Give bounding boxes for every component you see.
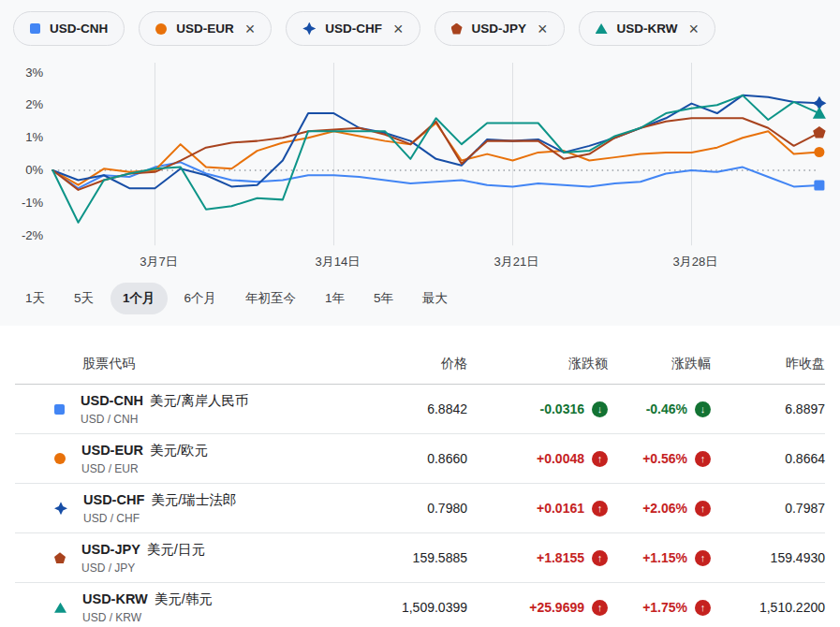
- up-arrow-icon: ↑: [592, 501, 608, 517]
- price-value: 1,509.0399: [308, 600, 467, 615]
- ticker-symbol: USD-CHF: [83, 492, 144, 507]
- svg-text:3月14日: 3月14日: [316, 255, 361, 269]
- prev-close-value: 0.7987: [711, 501, 825, 516]
- col-change-pct: 涨跌幅: [608, 344, 711, 384]
- svg-text:-2%: -2%: [22, 228, 44, 242]
- range-5d[interactable]: 5天: [62, 283, 106, 314]
- range-1d[interactable]: 1天: [13, 283, 57, 314]
- svg-text:3月28日: 3月28日: [673, 255, 718, 269]
- up-arrow-icon: ↑: [592, 550, 608, 566]
- col-ticker: 股票代码: [15, 344, 308, 384]
- chart-panel: USD-CNH USD-EUR × USD-CHF × USD-JPY × US…: [0, 0, 840, 326]
- range-5y[interactable]: 5年: [361, 283, 405, 314]
- svg-text:3%: 3%: [25, 66, 43, 80]
- change-percent: +1.75%: [642, 600, 687, 615]
- svg-text:-1%: -1%: [22, 196, 44, 210]
- chip-label: USD-KRW: [617, 22, 678, 36]
- chip-usd-chf[interactable]: USD-CHF ×: [286, 11, 420, 46]
- prev-close-value: 0.8664: [711, 451, 825, 466]
- time-range-selector: 1天 5天 1个月 6个月 年初至今 1年 5年 最大: [0, 277, 840, 326]
- up-arrow-icon: ↑: [592, 600, 608, 616]
- up-arrow-icon: ↑: [695, 501, 711, 517]
- chip-usd-cnh[interactable]: USD-CNH: [13, 11, 125, 46]
- col-change: 涨跌额: [467, 344, 608, 384]
- usd-cnh-square-icon: [54, 404, 65, 415]
- up-arrow-icon: ↑: [592, 451, 608, 467]
- close-icon[interactable]: ×: [689, 21, 700, 37]
- chip-label: USD-CNH: [50, 22, 108, 36]
- ticker-name: 美元/离岸人民币: [150, 393, 249, 408]
- col-price: 价格: [308, 344, 467, 384]
- change-percent: +1.15%: [642, 550, 687, 565]
- prev-close-value: 1,510.2200: [711, 600, 825, 615]
- usd-jpy-pentagon-icon: [451, 23, 463, 35]
- svg-text:2%: 2%: [25, 97, 43, 111]
- range-1m[interactable]: 1个月: [111, 283, 168, 314]
- table-header: 股票代码 价格 涨跌额 涨跌幅 昨收盘: [15, 344, 825, 385]
- price-value: 6.8842: [308, 401, 467, 416]
- table-row-usd-chf[interactable]: USD-CHF美元/瑞士法郎 USD / CHF 0.7980 +0.0161↑…: [15, 484, 825, 533]
- chip-usd-jpy[interactable]: USD-JPY ×: [435, 11, 565, 46]
- ticker-symbol: USD-CNH: [81, 393, 143, 408]
- table-row-usd-cnh[interactable]: USD-CNH美元/离岸人民币 USD / CNH 6.8842 -0.0316…: [15, 385, 825, 434]
- change-value: +1.8155: [537, 550, 584, 565]
- change-percent: -0.46%: [646, 401, 687, 416]
- range-1y[interactable]: 1年: [313, 283, 357, 314]
- ticker-name: 美元/欧元: [150, 443, 208, 458]
- change-value: +0.0161: [537, 501, 584, 516]
- chip-usd-krw[interactable]: USD-KRW ×: [579, 11, 716, 46]
- usd-eur-circle-icon: [54, 453, 66, 464]
- close-icon[interactable]: ×: [538, 21, 548, 37]
- svg-text:1%: 1%: [25, 130, 43, 144]
- change-value: +0.0048: [537, 451, 584, 466]
- comparison-chips-row: USD-CNH USD-EUR × USD-CHF × USD-JPY × US…: [0, 11, 840, 51]
- ticker-pair: USD / CNH: [81, 413, 248, 426]
- ticker-pair: USD / EUR: [81, 462, 208, 475]
- down-arrow-icon: ↓: [695, 401, 711, 417]
- price-value: 0.7980: [308, 501, 467, 516]
- ticker-pair: USD / CHF: [83, 512, 236, 525]
- up-arrow-icon: ↑: [695, 600, 711, 616]
- range-ytd[interactable]: 年初至今: [233, 283, 308, 314]
- ticker-name: 美元/瑞士法郎: [151, 492, 236, 507]
- chip-usd-eur[interactable]: USD-EUR ×: [139, 11, 272, 46]
- col-prev-close: 昨收盘: [711, 344, 825, 384]
- ticker-symbol: USD-KRW: [82, 591, 148, 606]
- chip-label: USD-CHF: [325, 22, 382, 36]
- change-percent: +2.06%: [642, 501, 687, 516]
- chip-label: USD-EUR: [176, 22, 234, 36]
- close-icon[interactable]: ×: [393, 21, 404, 37]
- chip-label: USD-JPY: [472, 22, 527, 36]
- ticker-pair: USD / KRW: [82, 611, 213, 624]
- usd-eur-circle-icon: [155, 23, 167, 35]
- table-row-usd-eur[interactable]: USD-EUR美元/欧元 USD / EUR 0.8660 +0.0048↑ +…: [15, 434, 825, 484]
- close-icon[interactable]: ×: [245, 21, 256, 37]
- ticker-pair: USD / JPY: [81, 561, 205, 575]
- usd-krw-triangle-icon: [596, 23, 608, 34]
- change-value: -0.0316: [540, 401, 584, 416]
- usd-chf-star-icon: [54, 502, 67, 515]
- ticker-name: 美元/韩元: [155, 591, 213, 606]
- ticker-symbol: USD-EUR: [81, 443, 143, 458]
- down-arrow-icon: ↓: [592, 401, 608, 417]
- change-value: +25.9699: [529, 600, 584, 615]
- usd-cnh-square-icon: [30, 23, 40, 34]
- comparison-chart[interactable]: 3月7日3月14日3月21日3月28日3%2%1%0%-1%-2%: [0, 51, 840, 277]
- table-row-usd-krw[interactable]: USD-KRW美元/韩元 USD / KRW 1,509.0399 +25.96…: [15, 583, 825, 627]
- usd-chf-star-icon: [302, 22, 316, 36]
- quotes-table: 股票代码 价格 涨跌额 涨跌幅 昨收盘 USD-CNH美元/离岸人民币 USD …: [0, 344, 840, 627]
- usd-jpy-pentagon-icon: [54, 552, 66, 563]
- range-max[interactable]: 最大: [410, 283, 460, 314]
- change-percent: +0.56%: [642, 451, 687, 466]
- up-arrow-icon: ↑: [695, 451, 711, 467]
- ticker-symbol: USD-JPY: [81, 542, 140, 557]
- table-row-usd-jpy[interactable]: USD-JPY美元/日元 USD / JPY 159.5885 +1.8155↑…: [15, 533, 825, 583]
- price-value: 0.8660: [308, 451, 467, 466]
- price-value: 159.5885: [308, 550, 467, 565]
- chart-svg[interactable]: 3月7日3月14日3月21日3月28日3%2%1%0%-1%-2%: [6, 53, 834, 277]
- up-arrow-icon: ↑: [695, 550, 711, 566]
- prev-close-value: 6.8897: [711, 401, 825, 416]
- range-6m[interactable]: 6个月: [172, 283, 229, 314]
- svg-text:3月7日: 3月7日: [140, 255, 178, 269]
- ticker-name: 美元/日元: [147, 542, 205, 557]
